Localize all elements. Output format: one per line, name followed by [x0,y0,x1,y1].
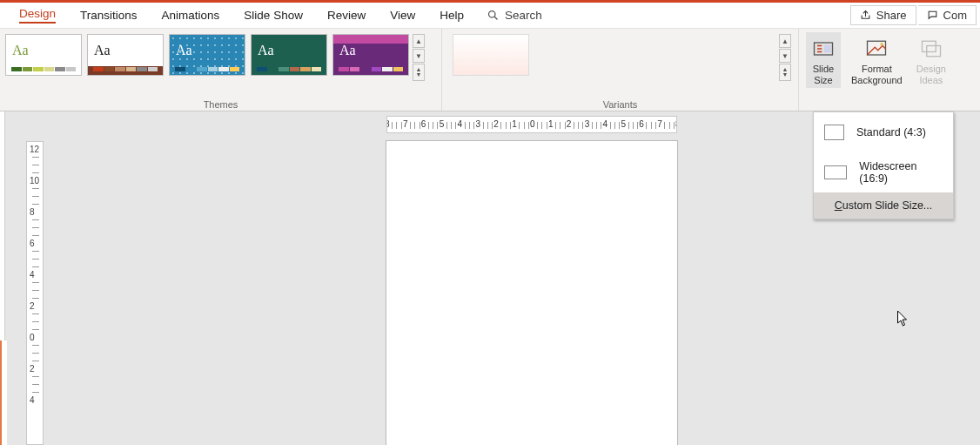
ribbon-design: AaAaAaAaAa ▲ ▼ ▲▼ Themes ▲ ▼ ▲▼ Variants [0,29,980,111]
variants-group-label: Variants [442,99,798,110]
selected-slide-indicator [0,340,7,445]
aspect-16-9-icon [824,165,847,179]
tab-review[interactable]: Review [315,5,378,25]
design-ideas-icon [919,37,943,61]
design-ideas-label: Design Ideas [916,64,946,86]
tab-design[interactable]: Design [7,3,68,27]
themes-more[interactable]: ▲▼ [413,64,425,81]
slide-size-label: Slide Size [813,64,834,86]
mouse-cursor [897,311,909,327]
slide-size-custom-label: Custom Slide Size... [835,199,933,212]
slide-size-menu: Standard (4:3) Widescreen (16:9) Custom … [813,111,954,219]
slide-canvas[interactable] [386,141,677,445]
slide-size-icon [811,37,836,61]
slide-size-widescreen[interactable]: Widescreen (16:9) [814,152,953,192]
group-customize: Slide Size Format Background Design Idea… [799,29,980,111]
format-background-label: Format Background [851,64,903,86]
theme-thumb-3[interactable]: Aa [169,34,245,76]
vertical-ruler[interactable]: 12108642024 [26,141,44,445]
search-label: Search [505,9,542,22]
group-variants: ▲ ▼ ▲▼ Variants [442,29,799,111]
svg-rect-3 [824,45,831,53]
comments-label: Com [943,9,967,22]
slide-size-button[interactable]: Slide Size [806,32,841,88]
tab-slide-show[interactable]: Slide Show [232,5,315,25]
format-background-button[interactable]: Format Background [848,32,906,88]
slide-size-custom[interactable]: Custom Slide Size... [814,192,953,219]
theme-thumb-4[interactable]: Aa [251,34,327,76]
tab-view[interactable]: View [378,5,427,25]
tab-transitions[interactable]: Transitions [68,5,150,25]
svg-point-0 [488,11,495,18]
share-button[interactable]: Share [850,5,916,25]
horizontal-ruler[interactable]: 87654321012345678 [386,116,677,133]
variants-more[interactable]: ▲▼ [779,64,791,81]
svg-rect-7 [927,46,941,57]
themes-group-label: Themes [0,99,441,110]
slide-size-standard-label: Standard (4:3) [856,126,926,138]
format-background-icon [864,37,889,61]
themes-gallery: AaAaAaAaAa ▲ ▼ ▲▼ [0,29,441,82]
share-label: Share [876,9,907,22]
svg-line-1 [494,17,497,19]
theme-thumb-5[interactable]: Aa [332,34,409,76]
share-icon [860,10,871,21]
slide-size-standard[interactable]: Standard (4:3) [814,112,953,152]
comments-button[interactable]: Com [918,5,977,25]
themes-scroll-down[interactable]: ▼ [413,49,425,63]
variants-scroll-down[interactable]: ▼ [779,49,791,63]
aspect-4-3-icon [824,125,844,140]
tab-help[interactable]: Help [427,5,476,25]
svg-point-5 [881,43,884,46]
tell-me-search[interactable]: Search [487,9,542,22]
variants-scroll-up[interactable]: ▲ [779,34,791,48]
svg-rect-6 [922,41,936,51]
group-themes: AaAaAaAaAa ▲ ▼ ▲▼ Themes [0,29,442,111]
variant-thumb-1[interactable] [453,34,529,76]
tab-strip: Design Transitions Animations Slide Show… [0,3,980,29]
design-ideas-button: Design Ideas [913,32,950,88]
search-icon [487,9,500,22]
tab-animations[interactable]: Animations [150,5,232,25]
theme-thumb-1[interactable]: Aa [5,34,82,76]
themes-scroll-up[interactable]: ▲ [413,34,425,48]
comment-icon [927,10,938,21]
slide-size-widescreen-label: Widescreen (16:9) [859,160,943,185]
theme-thumb-2[interactable]: Aa [87,34,164,76]
